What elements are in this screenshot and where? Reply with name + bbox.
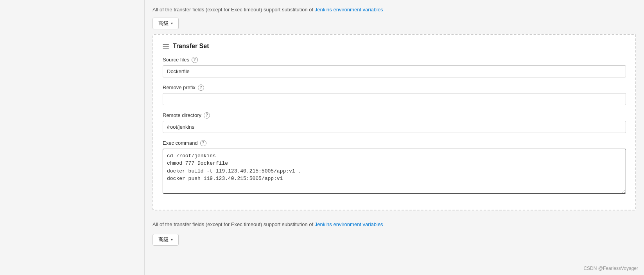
exec-command-help-icon[interactable]: ? xyxy=(200,140,206,146)
hamburger-icon[interactable] xyxy=(163,44,169,49)
bottom-info-link[interactable]: Jenkins environment variables xyxy=(315,221,383,227)
main-content: All of the transfer fields (except for E… xyxy=(145,0,644,253)
remote-directory-help-icon[interactable]: ? xyxy=(204,112,210,119)
exec-command-field: Exec command ? xyxy=(163,140,626,195)
watermark-text: CSDN @FearlessVoyager xyxy=(583,266,638,271)
chevron-down-icon-top: ▾ xyxy=(171,21,173,25)
transfer-set-header: Transfer Set xyxy=(163,43,626,50)
source-files-help-icon[interactable]: ? xyxy=(192,57,198,63)
top-info-text: All of the transfer fields (except for E… xyxy=(152,7,315,13)
remove-prefix-help-icon[interactable]: ? xyxy=(198,84,204,91)
exec-command-textarea[interactable] xyxy=(163,149,626,194)
top-info-link[interactable]: Jenkins environment variables xyxy=(315,7,383,13)
hamburger-line-3 xyxy=(163,48,169,49)
source-files-field: Source files ? xyxy=(163,57,626,77)
remote-directory-field: Remote directory ? xyxy=(163,112,626,133)
hamburger-line-1 xyxy=(163,44,169,45)
watermark: CSDN @FearlessVoyager xyxy=(583,266,638,271)
remove-prefix-input[interactable] xyxy=(163,93,626,105)
chevron-down-icon-bottom: ▾ xyxy=(171,237,173,242)
source-files-label-row: Source files ? xyxy=(163,57,626,63)
advanced-bottom-label: 高级 xyxy=(158,236,169,243)
advanced-button-bottom[interactable]: 高级 ▾ xyxy=(152,234,179,246)
left-sidebar xyxy=(0,0,145,275)
bottom-info-bar: All of the transfer fields (except for E… xyxy=(152,217,636,231)
remove-prefix-label: Remove prefix xyxy=(163,84,196,90)
source-files-label: Source files xyxy=(163,57,189,63)
exec-command-label-row: Exec command ? xyxy=(163,140,626,146)
bottom-info-text: All of the transfer fields (except for E… xyxy=(152,221,315,227)
hamburger-line-2 xyxy=(163,46,169,47)
remote-directory-label: Remote directory xyxy=(163,112,201,118)
exec-command-label: Exec command xyxy=(163,140,198,146)
transfer-set-container: Transfer Set Source files ? Remove prefi… xyxy=(152,34,636,211)
remote-directory-label-row: Remote directory ? xyxy=(163,112,626,119)
remove-prefix-label-row: Remove prefix ? xyxy=(163,84,626,91)
transfer-set-title: Transfer Set xyxy=(173,43,209,50)
page-wrapper: All of the transfer fields (except for E… xyxy=(0,0,644,275)
remote-directory-input[interactable] xyxy=(163,121,626,133)
top-info-bar: All of the transfer fields (except for E… xyxy=(152,0,636,18)
advanced-button-top[interactable]: 高级 ▾ xyxy=(152,18,179,29)
source-files-input[interactable] xyxy=(163,65,626,77)
advanced-top-label: 高级 xyxy=(158,20,169,27)
remove-prefix-field: Remove prefix ? xyxy=(163,84,626,105)
